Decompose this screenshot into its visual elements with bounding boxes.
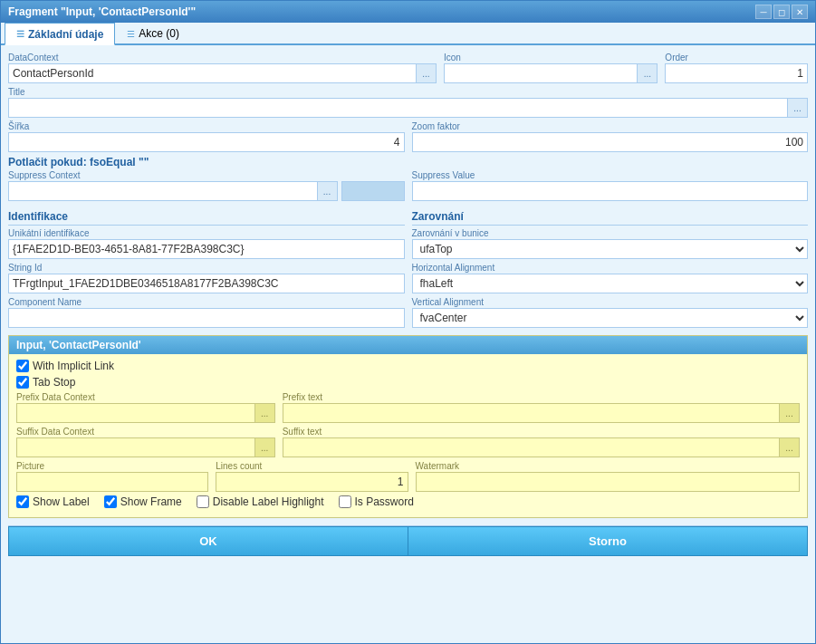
ok-button[interactable]: OK (8, 526, 408, 556)
picture-input[interactable] (16, 472, 208, 492)
field-zoom: Zoom faktor (412, 121, 809, 152)
order-label: Order (665, 53, 808, 62)
field-watermark: Watermark (416, 461, 801, 492)
is-password-label[interactable]: Is Password (355, 495, 414, 508)
row-suffix: Suffix Data Context ... Suffix text ... (16, 427, 800, 457)
title-label: Title (8, 87, 808, 97)
field-title: Title ... (8, 87, 808, 118)
order-input[interactable] (665, 63, 808, 83)
tab-stop-label[interactable]: Tab Stop (33, 376, 75, 389)
sirka-input[interactable] (8, 132, 405, 152)
title-input[interactable] (8, 98, 788, 118)
show-label-checkbox[interactable] (16, 495, 29, 508)
horizontal-alignment-label: Horizontal Alignment (412, 263, 809, 273)
field-suppress-value: Suppress Value (412, 170, 809, 201)
vertical-alignment-label: Vertical Alignment (412, 297, 809, 307)
zarovnani-title: Zarovnání (412, 210, 809, 226)
prefix-text-label: Prefix text (283, 392, 800, 402)
row-prefix: Prefix Data Context ... Prefix text ... (16, 392, 800, 423)
datacontext-input-group: ... (8, 63, 437, 83)
prefix-text-browse-button[interactable]: ... (780, 403, 800, 423)
suffix-data-context-input[interactable] (16, 437, 255, 457)
field-unikatni: Unikátní identifikace (8, 228, 405, 259)
suffix-data-context-browse-button[interactable]: ... (255, 437, 275, 457)
title-input-group: ... (8, 98, 808, 118)
row-datacontext: DataContext ... Icon ... Order (8, 53, 808, 83)
field-prefix-text: Prefix text ... (283, 392, 800, 423)
tab-stop-checkbox[interactable] (16, 376, 29, 389)
close-button[interactable]: ✕ (792, 5, 808, 19)
zarovnani-v-bunice-label: Zarovnání v bunice (412, 228, 809, 238)
watermark-input[interactable] (416, 472, 801, 492)
stringid-label: String Id (8, 263, 405, 273)
horizontal-alignment-select[interactable]: fhaLeft (412, 274, 809, 293)
vertical-alignment-select[interactable]: fvaCenter (412, 308, 809, 328)
watermark-label: Watermark (416, 461, 801, 471)
field-suffix-text: Suffix text ... (283, 427, 800, 457)
suppress-context-input-group: ... (8, 181, 405, 201)
suppress-context-input[interactable] (8, 181, 318, 201)
prefix-text-input[interactable] (283, 403, 780, 423)
show-label-label[interactable]: Show Label (33, 495, 90, 508)
lines-count-label: Lines count (216, 461, 408, 471)
icon-browse-button[interactable]: ... (638, 63, 658, 83)
suppress-value-input[interactable] (412, 181, 809, 201)
lines-count-input[interactable] (216, 472, 408, 492)
restore-button[interactable]: ◻ (773, 5, 790, 19)
zoom-input[interactable] (412, 132, 809, 152)
col-zarovnani: Zarovnání Zarovnání v bunice ufaTop Hori… (412, 205, 809, 332)
storno-button[interactable]: Storno (408, 526, 808, 556)
main-content: DataContext ... Icon ... Order (1, 45, 815, 643)
prefix-data-context-input[interactable] (16, 403, 255, 423)
prefix-data-context-label: Prefix Data Context (16, 392, 275, 402)
icon-input[interactable] (444, 63, 638, 83)
field-vertical-alignment: Vertical Alignment fvaCenter (412, 297, 809, 328)
with-implicit-link-label[interactable]: With Implicit Link (33, 360, 114, 372)
tab-basic[interactable]: ☰ Základní údaje (5, 23, 115, 45)
row-suppress: Suppress Context ... Suppress Value (8, 170, 808, 201)
componentname-input[interactable] (8, 308, 405, 328)
show-frame-label[interactable]: Show Frame (120, 495, 182, 508)
row-picture: Picture Lines count Watermark (16, 461, 800, 492)
minimize-button[interactable]: ─ (755, 5, 772, 19)
is-password-checkbox[interactable] (339, 495, 351, 508)
tab-actions[interactable]: ☰ Akce (0) (115, 23, 191, 43)
field-horizontal-alignment: Horizontal Alignment fhaLeft (412, 263, 809, 293)
disable-label-highlight-checkbox[interactable] (197, 495, 209, 508)
title-bar: Fragment "Input, 'ContactPersonId'" ─ ◻ … (1, 1, 815, 23)
suppress-context-label: Suppress Context (8, 170, 405, 180)
suppress-context-browse-button[interactable]: ... (318, 181, 338, 201)
field-stringid: String Id (8, 263, 405, 293)
field-lines-count: Lines count (216, 461, 408, 492)
suffix-text-browse-button[interactable]: ... (780, 437, 800, 457)
suffix-data-context-label: Suffix Data Context (16, 427, 275, 437)
field-suppress-context: Suppress Context ... (8, 170, 405, 201)
suffix-text-input[interactable] (283, 437, 780, 457)
prefix-text-input-group: ... (283, 403, 800, 423)
with-implicit-link-checkbox[interactable] (16, 360, 29, 372)
icon-label: Icon (444, 53, 658, 62)
disable-label-highlight-label[interactable]: Disable Label Highlight (213, 495, 324, 508)
datacontext-input[interactable] (8, 63, 417, 83)
datacontext-browse-button[interactable]: ... (417, 63, 437, 83)
field-zarovnani-v-bunice: Zarovnání v bunice ufaTop (412, 228, 809, 259)
stringid-input[interactable] (8, 274, 405, 293)
input-panel-body: With Implicit Link Tab Stop Prefix Data … (9, 354, 807, 517)
input-panel-header: Input, 'ContactPersonId' (9, 336, 807, 354)
input-panel: Input, 'ContactPersonId' With Implicit L… (8, 335, 808, 518)
prefix-data-context-browse-button[interactable]: ... (255, 403, 275, 423)
zoom-label: Zoom faktor (412, 121, 809, 131)
potlacit-label: Potlačit pokud: fsoEqual "" (8, 156, 808, 168)
row-checkboxes: Show Label Show Frame Disable Label High… (16, 495, 800, 512)
row-disable-label-highlight: Disable Label Highlight (197, 495, 324, 508)
unikatni-input[interactable] (8, 239, 405, 259)
title-browse-button[interactable]: ... (788, 98, 808, 118)
zarovnani-v-bunice-select[interactable]: ufaTop (412, 239, 809, 259)
bottom-buttons: OK Storno (8, 525, 808, 556)
field-sirka: Šířka (8, 121, 405, 152)
row-sirka: Šířka Zoom faktor (8, 121, 808, 152)
row-show-label: Show Label (16, 495, 90, 508)
picture-label: Picture (16, 461, 208, 471)
show-frame-checkbox[interactable] (104, 495, 117, 508)
tab-basic-label: Základní údaje (28, 28, 103, 41)
